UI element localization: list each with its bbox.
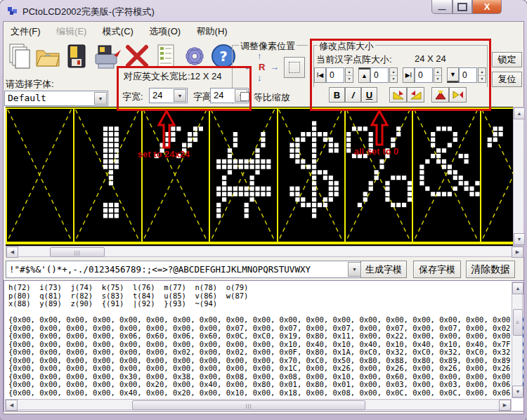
save-floppy-icon (66, 44, 87, 69)
rotate-right-button[interactable] (407, 87, 424, 103)
flip-horizontal-icon (452, 90, 464, 100)
delete-button[interactable] (124, 41, 150, 71)
char-height-value: 24 (214, 90, 223, 100)
svg-text:?: ? (219, 48, 228, 65)
settings-button[interactable] (181, 41, 208, 71)
underline-button[interactable]: U (361, 87, 377, 103)
output-hscrollbar[interactable]: ◀ ||| ▶ (5, 399, 512, 410)
expand-bottom-button[interactable]: ▼ (447, 67, 459, 83)
bar-bottom-arrow-icon: ▼ (450, 71, 456, 78)
generate-button[interactable]: 生成字模 (360, 261, 407, 278)
output-vscroll-thumb[interactable]: ≡ (513, 309, 523, 336)
bottom-offset-stepper[interactable]: ▲▼ (478, 67, 486, 83)
menu-edit[interactable]: 编辑(E) (50, 23, 93, 40)
menu-options[interactable]: 选项(O) (143, 23, 187, 40)
gear-icon (181, 43, 208, 70)
output-line: {0x00, 0x00, 0x00, 0x00, 0x00, 0x00, 0x0… (8, 348, 509, 357)
reset-button[interactable]: 复位 (492, 72, 522, 87)
open-file-button[interactable] (34, 41, 61, 71)
pixel-center-box-button[interactable] (284, 57, 305, 78)
pixel-down-button[interactable]: ↓ (257, 73, 262, 82)
menu-mode[interactable]: 模式(C) (96, 23, 140, 40)
font-select-combo[interactable]: Default ▼ (4, 91, 108, 106)
ratio-label: 对应英文长宽比:12 X 24 (124, 70, 221, 83)
minimize-icon: — (438, 5, 446, 13)
annotation-set-24: set to 24x24 (138, 149, 190, 159)
save-model-button[interactable]: 保存字模 (413, 261, 461, 278)
char-preview-area[interactable]: set to 24x24 all set to 0 (6, 107, 513, 246)
preview-vscrollbar[interactable]: ▲ ▼ (513, 107, 524, 246)
save-as-button[interactable] (93, 41, 123, 71)
pixel-left-button[interactable]: ← (244, 63, 253, 72)
pixel-up-button[interactable]: ↑ (257, 51, 262, 60)
left-offset-stepper[interactable]: ▲▼ (345, 67, 353, 83)
scale-checkbox[interactable] (240, 92, 249, 101)
flip-horizontal-button[interactable] (449, 87, 467, 103)
maximize-button[interactable] (453, 0, 472, 14)
chevron-down-icon[interactable]: ▼ (174, 89, 186, 102)
right-offset-field[interactable]: 0 (415, 67, 433, 83)
bold-button[interactable]: B (329, 87, 345, 103)
chevron-down-icon[interactable]: ▼ (348, 262, 361, 277)
notes-button[interactable] (152, 41, 179, 71)
pixel-right-button[interactable]: → (270, 63, 279, 72)
app-icon (7, 5, 18, 16)
output-vscrollbar[interactable]: ▲ ≡ ▼ (512, 282, 523, 398)
left-offset-field[interactable]: 0 (326, 67, 344, 83)
minimize-button[interactable]: — (431, 0, 453, 14)
right-offset-stepper[interactable]: ▲▼ (434, 67, 442, 83)
scroll-up-icon[interactable]: ▲ (512, 282, 523, 294)
flip-vertical-button[interactable] (431, 87, 449, 103)
menu-help[interactable]: 帮助(H) (190, 23, 234, 40)
expand-left-button[interactable]: Ⅰ◀ (314, 67, 326, 83)
top-offset-field[interactable]: 0 (370, 67, 389, 83)
annotation-all-zero: all set to 0 (354, 146, 399, 157)
app-window: PCtoLCD2002完美版-(字符模式) — X 文件(F) 编辑(E) 模式… (0, 0, 527, 420)
scroll-right-icon[interactable]: ▶ (512, 247, 523, 258)
scroll-right-icon[interactable]: ▶ (499, 400, 511, 411)
output-line: {0x00, 0x00, 0x00, 0x00, 0x00, 0x00, 0x0… (8, 316, 509, 324)
char-width-combo[interactable]: 24 ▼ (149, 88, 188, 103)
output-text: h(72) i(73) j(74) k(75) l(76) m(77) n(78… (8, 284, 509, 397)
preview-hscrollbar[interactable]: ◀ ||| ▶ (6, 246, 524, 257)
output-line: {0x00, 0x00, 0x00, 0x00, 0x40, 0x00, 0x2… (8, 389, 509, 398)
menu-file[interactable]: 文件(F) (4, 23, 47, 40)
output-line: {0x00, 0x00, 0x00, 0x00, 0x06, 0x60, 0x0… (8, 332, 509, 341)
scroll-left-icon[interactable]: ◀ (6, 400, 18, 411)
italic-button[interactable]: / (345, 87, 361, 103)
rotate-left-button[interactable] (389, 87, 407, 103)
char-list-combo[interactable]: !"#$%&'()*+,-./0123456789:;<=>?@ABCDEFGH… (6, 261, 363, 278)
scroll-down-icon[interactable]: ▼ (514, 233, 525, 245)
clear-data-button[interactable]: 清除数据 (466, 261, 515, 278)
output-line: {0x00, 0x00, 0x00, 0x00, 0x00, 0x00, 0x0… (8, 365, 509, 373)
preview-hscroll-thumb[interactable]: ||| (50, 247, 105, 257)
matrix-current-value: 24 X 24 (415, 53, 446, 64)
expand-right-button[interactable]: ▶Ⅰ (403, 67, 415, 83)
expand-top-button[interactable]: ▲ (358, 67, 370, 83)
close-icon: X (484, 1, 490, 12)
output-line: x(88) y(89) z(90) {(91) |(92) }(93) ~(94… (8, 300, 509, 308)
delete-x-icon (125, 44, 149, 68)
char-list-value: !"#$%&'()*+,-./0123456789:;<=>?@ABCDEFGH… (9, 264, 348, 275)
lock-button[interactable]: 锁定 (492, 52, 522, 67)
scroll-down-icon[interactable]: ▼ (512, 386, 523, 398)
output-hscroll-thumb[interactable]: ||| (132, 400, 365, 410)
char-width-label: 字宽: (122, 91, 143, 103)
close-button[interactable]: X (472, 0, 502, 14)
bottom-offset-field[interactable]: 0 (459, 67, 477, 83)
font-select-value: Default (8, 93, 46, 103)
bar-left-arrow-icon: Ⅰ◀ (317, 72, 324, 79)
new-file-button[interactable] (6, 41, 32, 71)
font-select-label: 请选择字体: (6, 78, 54, 91)
save-button[interactable] (63, 41, 90, 71)
matrix-title: 修改点阵大小 (318, 40, 375, 53)
output-textarea[interactable]: h(72) i(73) j(74) k(75) l(76) m(77) n(78… (4, 280, 524, 412)
scroll-up-icon[interactable]: ▲ (514, 107, 525, 119)
char-width-value: 24 (152, 90, 162, 100)
top-offset-stepper[interactable]: ▲▼ (389, 67, 398, 83)
chevron-down-icon[interactable]: ▼ (94, 92, 107, 105)
output-line: h(72) i(73) j(74) k(75) l(76) m(77) n(78… (8, 284, 509, 292)
window-title: PCtoLCD2002完美版-(字符模式) (22, 6, 155, 18)
scroll-left-icon[interactable]: ◀ (6, 247, 18, 258)
dotted-box-icon (289, 62, 300, 73)
